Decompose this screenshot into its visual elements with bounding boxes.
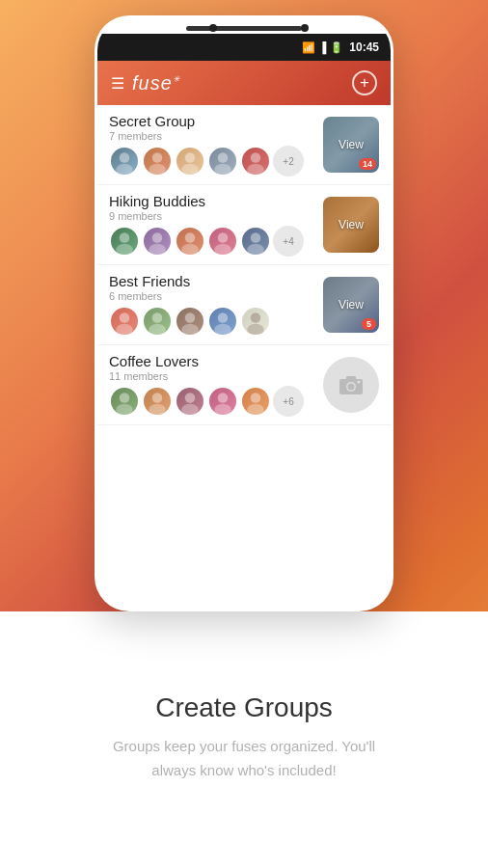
groups-list: Secret Group 7 members xyxy=(97,105,391,425)
svg-point-12 xyxy=(152,232,163,243)
avatar xyxy=(175,306,205,337)
svg-point-24 xyxy=(185,312,196,323)
avatar xyxy=(109,306,140,337)
group-details: Secret Group 7 members xyxy=(109,113,317,176)
avatar xyxy=(142,306,173,337)
svg-point-39 xyxy=(247,404,264,415)
status-time: 10:45 xyxy=(349,41,379,54)
group-details: Hiking Buddies 9 members xyxy=(109,193,317,257)
group-name: Coffee Lovers xyxy=(109,353,317,369)
avatar xyxy=(109,226,140,257)
avatar xyxy=(142,386,173,417)
svg-point-31 xyxy=(116,404,133,415)
group-name: Secret Group xyxy=(109,113,317,129)
svg-point-34 xyxy=(185,393,196,403)
group-item[interactable]: Coffee Lovers 11 members xyxy=(97,345,391,425)
signal-icon: ▐ xyxy=(319,41,327,53)
avatar xyxy=(207,146,238,176)
svg-point-15 xyxy=(181,244,199,255)
phone-shell: 📶 ▐ 🔋 10:45 ☰ fuse✳ + Secret Group 7 mem… xyxy=(95,15,393,611)
app-logo: fuse✳ xyxy=(132,72,181,95)
group-avatars: +6 xyxy=(109,386,317,417)
menu-icon[interactable]: ☰ xyxy=(111,74,124,93)
group-details: Best Friends 6 members xyxy=(109,273,317,337)
group-item[interactable]: Best Friends 6 members xyxy=(97,265,391,345)
svg-point-7 xyxy=(214,164,231,175)
group-view-thumbnail[interactable]: View 5 xyxy=(323,277,379,333)
svg-point-29 xyxy=(247,324,264,335)
group-avatars: +4 xyxy=(109,226,317,257)
avatar xyxy=(240,306,271,337)
avatar xyxy=(207,386,238,417)
svg-point-3 xyxy=(149,164,166,175)
avatar xyxy=(175,146,205,176)
status-bar: 📶 ▐ 🔋 10:45 xyxy=(97,34,391,61)
svg-point-32 xyxy=(152,393,163,403)
avatar xyxy=(109,386,140,417)
view-label: View xyxy=(339,218,364,231)
extra-count: +4 xyxy=(273,226,304,257)
group-item[interactable]: Secret Group 7 members xyxy=(97,105,391,185)
group-details: Coffee Lovers 11 members xyxy=(109,353,317,417)
add-group-button[interactable]: + xyxy=(352,70,377,95)
svg-point-26 xyxy=(218,312,229,323)
group-avatars xyxy=(109,306,317,337)
svg-point-22 xyxy=(152,312,163,323)
extra-count: +6 xyxy=(273,386,304,417)
svg-point-13 xyxy=(149,244,166,255)
svg-point-2 xyxy=(152,152,163,163)
wifi-icon: 📶 xyxy=(302,41,315,54)
svg-point-9 xyxy=(247,164,264,175)
create-groups-description: Groups keep your fuses organized. You'll… xyxy=(109,735,379,783)
view-label: View xyxy=(339,138,364,151)
svg-point-18 xyxy=(251,232,261,243)
svg-point-14 xyxy=(185,232,196,243)
group-member-count: 11 members xyxy=(109,370,317,382)
avatar xyxy=(240,146,271,176)
bottom-section: Create Groups Groups keep your fuses org… xyxy=(0,611,488,868)
svg-point-21 xyxy=(116,324,133,335)
group-item[interactable]: Hiking Buddies 9 members xyxy=(97,185,391,265)
svg-point-36 xyxy=(218,393,229,403)
camera-button[interactable] xyxy=(323,357,379,413)
avatar xyxy=(240,386,271,417)
svg-point-10 xyxy=(120,232,130,243)
svg-point-4 xyxy=(185,152,196,163)
svg-point-27 xyxy=(214,324,231,335)
group-member-count: 7 members xyxy=(109,130,317,142)
svg-point-35 xyxy=(181,404,199,415)
svg-point-0 xyxy=(120,152,130,163)
svg-point-44 xyxy=(358,381,361,384)
svg-point-5 xyxy=(181,164,199,175)
svg-point-37 xyxy=(214,404,231,415)
svg-point-1 xyxy=(116,164,133,175)
avatar xyxy=(142,226,173,257)
avatar xyxy=(175,386,205,417)
group-member-count: 6 members xyxy=(109,290,317,302)
group-name: Best Friends xyxy=(109,273,317,289)
view-badge: 14 xyxy=(359,158,376,170)
svg-point-16 xyxy=(218,232,229,243)
svg-point-19 xyxy=(247,244,264,255)
group-member-count: 9 members xyxy=(109,210,317,222)
camera-icon xyxy=(339,374,364,395)
battery-icon: 🔋 xyxy=(330,41,343,54)
svg-point-42 xyxy=(348,384,355,391)
svg-point-23 xyxy=(149,324,166,335)
svg-point-25 xyxy=(181,324,199,335)
view-badge: 5 xyxy=(362,318,376,330)
create-groups-title: Create Groups xyxy=(155,692,333,723)
avatar xyxy=(109,146,140,176)
svg-point-11 xyxy=(116,244,133,255)
avatar xyxy=(207,306,238,337)
avatar xyxy=(142,146,173,176)
group-view-thumbnail[interactable]: View xyxy=(323,197,379,253)
view-label: View xyxy=(339,298,364,312)
svg-point-30 xyxy=(120,393,130,403)
avatar xyxy=(175,226,205,257)
svg-point-28 xyxy=(251,312,261,323)
svg-point-8 xyxy=(251,152,261,163)
extra-count: +2 xyxy=(273,146,304,176)
svg-point-33 xyxy=(149,404,166,415)
group-view-thumbnail[interactable]: View 14 xyxy=(323,117,379,173)
